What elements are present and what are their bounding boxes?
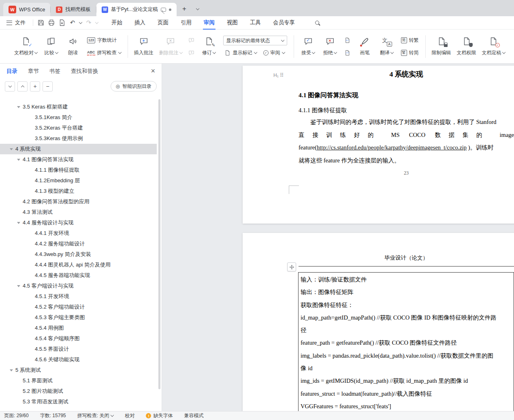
toc-item[interactable]: 4.4 服务端设计与实现: [0, 217, 157, 228]
collapse-all-button[interactable]: −: [43, 81, 53, 92]
tab-docer-template[interactable]: D 找稻壳模板: [51, 3, 96, 16]
export-pdf-button[interactable]: [57, 17, 67, 28]
simplified-to-traditional-button[interactable]: 简 转繁: [400, 36, 420, 45]
toc-item[interactable]: 4.1.2Embedding 层: [0, 175, 157, 186]
tab-list-chevron-button[interactable]: [192, 4, 203, 14]
expand-heading-button[interactable]: [17, 81, 28, 92]
traditional-to-simplified-button[interactable]: 繁 转简: [400, 48, 420, 57]
search-button[interactable]: [311, 17, 323, 28]
translate-button[interactable]: 文A 翻译: [376, 32, 398, 61]
menu-item[interactable]: 插入: [128, 16, 151, 30]
toc-item[interactable]: 3.5.2Keras 平台搭建: [0, 123, 157, 133]
pane-tab[interactable]: 章节: [28, 68, 39, 75]
tab-document-active[interactable]: W 基于Pyt...业论文定稿: [96, 3, 177, 16]
toc-item[interactable]: 4.5.3 客户端主要类图: [0, 312, 157, 323]
word-count-button[interactable]: 123 字数统计: [86, 36, 122, 45]
toc-item[interactable]: 4.5.4 用例图: [0, 323, 157, 333]
pane-tab[interactable]: 目录: [6, 68, 17, 75]
toc-item[interactable]: 4.1.3 模型的建立: [0, 186, 157, 196]
expand-triangle-icon[interactable]: [17, 159, 20, 161]
doc-proofread-button[interactable]: ✓ 文档校对: [11, 32, 40, 61]
doc-permission-button[interactable]: 文档权限: [454, 32, 479, 61]
expand-all-button[interactable]: +: [30, 81, 40, 92]
next-change-button[interactable]: →: [343, 48, 352, 57]
restrict-editing-button[interactable]: 限制编辑: [429, 32, 454, 61]
menu-item[interactable]: 开始: [105, 16, 128, 30]
toc-item-label: 4.5.5 界面设计: [35, 345, 69, 353]
read-aloud-button[interactable]: 朗读: [62, 32, 84, 61]
toc-item[interactable]: 4.4.4 图灵机器人 api 简介及使用: [0, 260, 157, 270]
expand-triangle-icon[interactable]: [17, 285, 20, 287]
hyperlink-coco-zip[interactable]: http://cs.stanford.edu/people/karpathy/d…: [317, 144, 467, 151]
expand-triangle-icon[interactable]: [10, 369, 13, 371]
table-move-handle[interactable]: [287, 262, 296, 271]
accept-change-button[interactable]: ✓ 接受: [297, 32, 319, 61]
tab-wps-home[interactable]: W WPS Office: [3, 3, 50, 16]
toc-item[interactable]: 3.5 Keras 框架搭建: [0, 102, 157, 112]
ink-pen-button[interactable]: 画笔: [354, 32, 376, 61]
toc-item[interactable]: 4.5 客户端设计与实现: [0, 281, 157, 291]
toc-item[interactable]: 4.5.2 客户端功能设计: [0, 302, 157, 312]
review-button[interactable]: ✓ 审阅: [262, 48, 286, 57]
toc-item[interactable]: 4.3 算法测试: [0, 207, 157, 217]
toc-item[interactable]: 4.4.5 服务器端功能实现: [0, 270, 157, 281]
menu-item[interactable]: 工具: [244, 16, 267, 30]
pane-tab[interactable]: 查找和替换: [71, 68, 98, 75]
track-changes-button[interactable]: ✎ 修订: [198, 32, 220, 61]
menu-item[interactable]: 会员专享: [267, 16, 301, 30]
prev-change-button[interactable]: ←: [343, 36, 352, 45]
reject-change-button[interactable]: × 拒绝: [319, 32, 341, 61]
toc-item[interactable]: 3.5.1Keras 简介: [0, 112, 157, 123]
print-button[interactable]: [46, 17, 57, 28]
toc-item[interactable]: 3.5.3Keras 使用示例: [0, 133, 157, 144]
page-indicator: 页面: 29/60: [4, 412, 29, 419]
toc-item[interactable]: 4.5.4 客户端顺序图: [0, 333, 157, 344]
show-markup-button[interactable]: 显示标记: [223, 48, 258, 57]
compat-mode-status: 兼容模式: [184, 412, 203, 419]
file-menu-button[interactable]: 文件: [0, 16, 30, 29]
toc-item[interactable]: 4.2 图像问答算法模型的应用: [0, 196, 157, 207]
toc-item[interactable]: 4.5.6 关键功能实现: [0, 354, 157, 365]
menu-item[interactable]: 视图: [221, 16, 244, 30]
toc-item[interactable]: 4.1 图像问答算法实现: [0, 154, 157, 165]
expand-triangle-icon[interactable]: [17, 222, 20, 224]
heading-drag-handle[interactable]: H₁ ⠿: [273, 72, 283, 78]
toc-item[interactable]: 4.4.2 服务端功能设计: [0, 239, 157, 249]
menu-item[interactable]: 页面: [151, 16, 175, 30]
toc-item[interactable]: 4.1.1 图像特征提取: [0, 165, 157, 175]
toc-item[interactable]: 4 系统实现: [0, 144, 157, 154]
spell-check-status[interactable]: 拼写检查: 关闭: [77, 412, 114, 419]
document-canvas[interactable]: H₁ ⠿ 4 系统实现 4.1 图像问答算法实现 4.1.1 图像特征提取 鉴于…: [162, 64, 514, 411]
sidebar-scrollbar[interactable]: [158, 99, 160, 389]
toc-item[interactable]: 5 系统测试: [0, 365, 157, 375]
new-tab-button[interactable]: +: [179, 4, 190, 14]
save-button[interactable]: [36, 17, 46, 28]
hamburger-icon: [6, 21, 12, 25]
toc-item[interactable]: 5.2 图片功能测试: [0, 386, 157, 397]
toc-item[interactable]: 4.4.3web.py 简介及安装: [0, 249, 157, 260]
missing-fonts-warning[interactable]: !缺失字体: [146, 412, 173, 419]
collapse-heading-button[interactable]: [5, 81, 15, 92]
proofread-status-button[interactable]: 校对: [125, 412, 134, 419]
toc-item[interactable]: 4.5.1 开发环境: [0, 291, 157, 302]
toc-item[interactable]: 5.1 界面测试: [0, 375, 157, 386]
spell-check-button[interactable]: ABC 拼写检查: [86, 48, 122, 57]
menu-item[interactable]: 引用: [175, 16, 198, 30]
markup-state-select[interactable]: 显示标记的最终状态: [223, 36, 287, 45]
smart-toc-button[interactable]: ◎ 智能识别目录: [111, 81, 157, 92]
comment-bubble-icon[interactable]: [161, 8, 166, 12]
word-count-status[interactable]: 字数: 15795: [40, 412, 66, 419]
toc-item[interactable]: 4.5.5 界面设计: [0, 344, 157, 354]
pane-tab[interactable]: 书签: [49, 68, 60, 75]
expand-triangle-icon[interactable]: [17, 106, 20, 108]
toc-item[interactable]: 4.4.1 开发环境: [0, 228, 157, 239]
close-pane-button[interactable]: ×: [151, 67, 155, 75]
toc-item[interactable]: 5.3 常用语发送测试: [0, 397, 157, 407]
undo-chevron[interactable]: [78, 17, 83, 28]
expand-triangle-icon[interactable]: [10, 148, 13, 150]
menu-item[interactable]: 审阅: [198, 16, 221, 30]
undo-button[interactable]: ↶: [67, 17, 78, 28]
insert-comment-button[interactable]: + 插入批注: [131, 32, 156, 61]
doc-finalize-button[interactable]: ✓ 文档定稿: [479, 32, 508, 61]
compare-button[interactable]: 比较: [40, 32, 62, 61]
